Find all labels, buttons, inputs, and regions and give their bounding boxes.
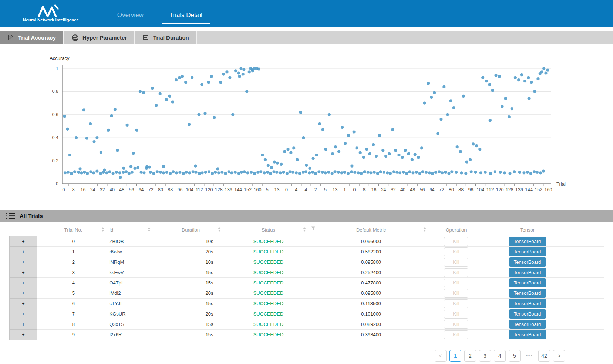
- scatter-point[interactable]: [159, 92, 162, 95]
- scatter-point[interactable]: [204, 171, 207, 174]
- scatter-point[interactable]: [362, 156, 365, 159]
- scatter-point[interactable]: [302, 136, 305, 139]
- scatter-point[interactable]: [414, 153, 417, 156]
- scatter-point[interactable]: [75, 136, 78, 139]
- scatter-point[interactable]: [357, 171, 360, 174]
- scatter-point[interactable]: [402, 171, 405, 174]
- scatter-point[interactable]: [224, 172, 227, 175]
- scatter-point[interactable]: [529, 172, 532, 175]
- scatter-point[interactable]: [296, 158, 299, 161]
- scatter-point[interactable]: [125, 170, 128, 173]
- row-expander-button[interactable]: +: [10, 288, 37, 299]
- scatter-point[interactable]: [70, 172, 73, 175]
- scatter-point[interactable]: [194, 165, 197, 168]
- scatter-point[interactable]: [504, 97, 507, 100]
- page-button-3[interactable]: 3: [479, 350, 491, 362]
- scatter-point[interactable]: [239, 67, 242, 70]
- scatter-point[interactable]: [219, 81, 222, 84]
- scatter-point[interactable]: [378, 134, 381, 137]
- scatter-point[interactable]: [188, 123, 191, 126]
- scatter-point[interactable]: [546, 69, 549, 72]
- scatter-point[interactable]: [77, 171, 80, 174]
- scatter-point[interactable]: [365, 148, 368, 151]
- scatter-point[interactable]: [417, 156, 420, 159]
- scatter-point[interactable]: [411, 171, 414, 174]
- scatter-point[interactable]: [99, 172, 102, 175]
- kill-button[interactable]: Kill: [444, 289, 468, 298]
- scatter-point[interactable]: [411, 158, 414, 161]
- accuracy-scatter-svg[interactable]: 00.20.40.60.8108162432404856647280889610…: [0, 44, 613, 202]
- scatter-point[interactable]: [83, 171, 86, 174]
- nav-trials-detail[interactable]: Trials Detail: [164, 11, 208, 19]
- scatter-point[interactable]: [107, 129, 110, 132]
- scatter-point[interactable]: [155, 104, 158, 107]
- scatter-point[interactable]: [533, 90, 536, 93]
- scatter-point[interactable]: [436, 132, 439, 135]
- scatter-point[interactable]: [178, 76, 181, 79]
- scatter-point[interactable]: [427, 82, 430, 85]
- scatter-point[interactable]: [92, 140, 95, 143]
- scatter-point[interactable]: [234, 171, 237, 174]
- page-button-4[interactable]: 4: [494, 350, 506, 362]
- scatter-point[interactable]: [469, 158, 472, 161]
- scatter-point[interactable]: [95, 170, 98, 173]
- scatter-point[interactable]: [498, 75, 501, 78]
- scatter-point[interactable]: [536, 77, 539, 80]
- scatter-point[interactable]: [207, 81, 210, 84]
- scatter-point[interactable]: [442, 85, 445, 88]
- page-button-1[interactable]: 1: [449, 350, 461, 362]
- scatter-point[interactable]: [337, 171, 340, 174]
- scatter-point[interactable]: [533, 170, 536, 173]
- scatter-point[interactable]: [142, 91, 145, 94]
- scatter-point[interactable]: [465, 161, 468, 164]
- scatter-point[interactable]: [211, 172, 214, 175]
- scatter-point[interactable]: [162, 171, 165, 174]
- scatter-point[interactable]: [66, 128, 69, 131]
- scatter-point[interactable]: [347, 134, 350, 137]
- scatter-point[interactable]: [397, 154, 400, 156]
- scatter-point[interactable]: [261, 154, 264, 156]
- scatter-point[interactable]: [116, 149, 119, 152]
- tab-trial-duration[interactable]: Trial Duration: [135, 31, 197, 44]
- scatter-point[interactable]: [428, 171, 431, 174]
- scatter-point[interactable]: [386, 171, 389, 174]
- scatter-point[interactable]: [162, 165, 165, 168]
- scatter-point[interactable]: [89, 122, 92, 125]
- tensorboard-button[interactable]: TensorBoard: [509, 278, 546, 287]
- scatter-point[interactable]: [542, 67, 545, 70]
- scatter-point[interactable]: [455, 171, 458, 174]
- scatter-point[interactable]: [136, 166, 139, 169]
- scatter-point[interactable]: [474, 171, 477, 174]
- scatter-point[interactable]: [243, 170, 246, 173]
- scatter-point[interactable]: [234, 69, 237, 72]
- scatter-point[interactable]: [115, 171, 118, 174]
- scatter-point[interactable]: [308, 171, 311, 174]
- tensorboard-button[interactable]: TensorBoard: [509, 309, 546, 318]
- scatter-point[interactable]: [149, 171, 152, 174]
- scatter-point[interactable]: [269, 172, 272, 175]
- kill-button[interactable]: Kill: [444, 268, 468, 277]
- scatter-point[interactable]: [279, 171, 282, 174]
- scatter-point[interactable]: [165, 98, 168, 101]
- scatter-point[interactable]: [450, 170, 453, 173]
- scatter-point[interactable]: [392, 170, 395, 173]
- scatter-point[interactable]: [135, 129, 138, 132]
- tensorboard-button[interactable]: TensorBoard: [509, 330, 546, 339]
- scatter-point[interactable]: [375, 155, 378, 158]
- scatter-point[interactable]: [540, 70, 543, 73]
- scatter-point[interactable]: [317, 170, 320, 173]
- scatter-point[interactable]: [172, 170, 175, 173]
- scatter-point[interactable]: [447, 172, 450, 175]
- scatter-point[interactable]: [503, 171, 506, 174]
- scatter-point[interactable]: [220, 171, 223, 174]
- scatter-point[interactable]: [327, 171, 330, 174]
- scatter-point[interactable]: [280, 163, 283, 166]
- scatter-point[interactable]: [178, 171, 181, 174]
- scatter-point[interactable]: [528, 97, 531, 100]
- scatter-point[interactable]: [446, 113, 449, 116]
- tensorboard-button[interactable]: TensorBoard: [509, 299, 546, 308]
- scatter-point[interactable]: [367, 171, 370, 174]
- scatter-point[interactable]: [434, 171, 437, 174]
- scatter-point[interactable]: [373, 171, 376, 174]
- scatter-point[interactable]: [105, 171, 108, 174]
